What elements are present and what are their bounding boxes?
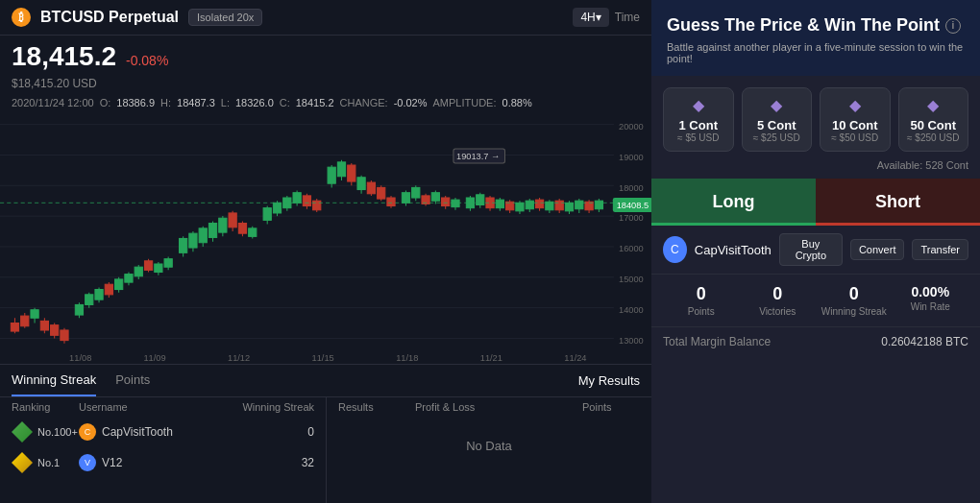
diamond-icon-1: ◆ bbox=[670, 96, 727, 114]
bet-card-2[interactable]: ◆ 5 Cont ≈ $25 USD bbox=[742, 87, 813, 152]
rp-header: Guess The Price & Win The Point i Battle… bbox=[651, 0, 980, 76]
right-panel: Guess The Price & Win The Point i Battle… bbox=[651, 0, 980, 503]
ohlc-high-val: 18487.3 bbox=[177, 97, 215, 108]
svg-rect-63 bbox=[293, 193, 301, 204]
rank-diamond-gold bbox=[12, 452, 33, 473]
svg-rect-43 bbox=[189, 233, 197, 248]
rank-badge-1: No.100+ bbox=[12, 421, 79, 443]
svg-rect-121 bbox=[595, 201, 602, 208]
info-icon[interactable]: i bbox=[945, 18, 961, 34]
svg-rect-59 bbox=[273, 203, 281, 213]
svg-rect-19 bbox=[61, 330, 68, 341]
margin-label: Total Margin Balance bbox=[663, 335, 771, 348]
stat-points-value: 0 bbox=[663, 284, 740, 304]
price-change: -0.08% bbox=[126, 53, 168, 68]
col-winning-streak: Winning Streak bbox=[218, 401, 314, 413]
short-tab[interactable]: Short bbox=[816, 179, 980, 226]
svg-text:11/15: 11/15 bbox=[312, 352, 334, 363]
candlestick-chart: 18408.5 19013.7 → ← 13288.5 20000 19000 … bbox=[0, 114, 651, 364]
svg-rect-25 bbox=[95, 290, 103, 300]
svg-rect-39 bbox=[164, 259, 172, 267]
bet-card-4[interactable]: ◆ 50 Cont ≈ $250 USD bbox=[898, 87, 969, 152]
stat-win-rate: 0.00% Win Rate bbox=[893, 284, 969, 317]
svg-text:11/24: 11/24 bbox=[564, 352, 586, 363]
stat-ws-label: Winning Streak bbox=[816, 306, 893, 317]
svg-rect-79 bbox=[378, 187, 385, 199]
ohlc-amp-val: 0.88% bbox=[502, 97, 532, 108]
bet-usd-2: ≈ $25 USD bbox=[748, 132, 806, 143]
svg-rect-47 bbox=[208, 224, 216, 238]
bet-card-3[interactable]: ◆ 10 Cont ≈ $50 USD bbox=[820, 87, 891, 152]
username-display: CapVisitTooth bbox=[695, 243, 772, 257]
buy-crypto-button[interactable]: Buy Crypto bbox=[779, 233, 843, 266]
svg-rect-53 bbox=[238, 224, 246, 234]
stat-wr-value: 0.00% bbox=[893, 284, 969, 299]
svg-text:19013.7 →: 19013.7 → bbox=[456, 151, 500, 161]
svg-rect-105 bbox=[516, 203, 524, 210]
bet-amount-1: 1 Cont bbox=[670, 118, 727, 132]
svg-rect-93 bbox=[452, 200, 459, 206]
svg-text:15000: 15000 bbox=[619, 274, 644, 284]
tab-winning-streak[interactable]: Winning Streak bbox=[12, 365, 96, 396]
streak-2: 32 bbox=[218, 456, 314, 469]
pair-name: BTCUSD Perpetual bbox=[40, 9, 179, 26]
svg-text:11/09: 11/09 bbox=[143, 352, 165, 363]
convert-button[interactable]: Convert bbox=[850, 239, 905, 260]
ohlc-low-val: 18326.0 bbox=[235, 97, 274, 108]
col-username: Username bbox=[79, 401, 218, 413]
stat-winning-streak: 0 Winning Streak bbox=[816, 284, 893, 317]
diamond-icon-2: ◆ bbox=[748, 96, 806, 114]
svg-rect-107 bbox=[526, 201, 533, 208]
rank-diamond-green bbox=[12, 421, 33, 443]
tab-points[interactable]: Points bbox=[115, 365, 150, 396]
svg-rect-75 bbox=[357, 178, 365, 190]
svg-text:19000: 19000 bbox=[619, 152, 644, 162]
time-label: Time bbox=[615, 11, 640, 24]
svg-rect-49 bbox=[219, 218, 227, 232]
svg-rect-73 bbox=[348, 165, 355, 181]
svg-rect-77 bbox=[367, 182, 375, 194]
table-header-right: Results Profit & Loss Points bbox=[327, 397, 651, 417]
col-results: Results bbox=[338, 401, 415, 413]
col-profit-loss: Profit & Loss bbox=[415, 401, 486, 413]
chart-header: ₿ BTCUSD Perpetual Isolated 20x 4H▾ Time bbox=[0, 0, 651, 36]
svg-rect-23 bbox=[86, 295, 93, 305]
margin-row: Total Margin Balance 0.26042188 BTC bbox=[651, 327, 980, 356]
rp-title-text: Guess The Price & Win The Point bbox=[667, 15, 940, 36]
isolated-badge: Isolated 20x bbox=[188, 9, 262, 26]
svg-rect-41 bbox=[180, 238, 187, 252]
svg-text:16000: 16000 bbox=[619, 243, 644, 253]
user-row: C CapVisitTooth Buy Crypto Convert Trans… bbox=[651, 226, 980, 275]
diamond-icon-4: ◆ bbox=[905, 96, 963, 114]
svg-rect-29 bbox=[115, 279, 123, 290]
ohlc-row: 2020/11/24 12:00 O: 18386.9 H: 18487.3 L… bbox=[0, 95, 651, 114]
long-tab[interactable]: Long bbox=[651, 179, 816, 226]
svg-rect-97 bbox=[477, 195, 484, 205]
svg-rect-57 bbox=[263, 208, 271, 221]
margin-value: 0.26042188 BTC bbox=[881, 335, 968, 348]
svg-rect-65 bbox=[303, 196, 310, 206]
streak-1: 0 bbox=[218, 425, 314, 439]
rank-label-1: No.100+ bbox=[37, 426, 78, 438]
svg-rect-55 bbox=[249, 228, 257, 236]
timeframe-button[interactable]: 4H▾ bbox=[573, 8, 608, 27]
svg-rect-67 bbox=[313, 201, 321, 210]
bet-amount-2: 5 Cont bbox=[748, 118, 806, 132]
svg-rect-69 bbox=[328, 167, 335, 183]
stat-victories: 0 Victories bbox=[740, 284, 817, 317]
price-row: 18,415.2 -0.08% bbox=[0, 36, 651, 74]
btc-icon: ₿ bbox=[12, 8, 31, 27]
svg-text:20000: 20000 bbox=[619, 121, 644, 132]
svg-text:11/18: 11/18 bbox=[396, 352, 418, 363]
svg-rect-101 bbox=[496, 200, 503, 207]
svg-rect-45 bbox=[199, 228, 207, 243]
stat-points-label: Points bbox=[663, 306, 740, 317]
ohlc-close-val: 18415.2 bbox=[296, 97, 334, 108]
transfer-button[interactable]: Transfer bbox=[912, 239, 968, 260]
bet-card-1[interactable]: ◆ 1 Cont ≈ $5 USD bbox=[663, 87, 734, 152]
svg-rect-109 bbox=[535, 200, 543, 207]
svg-text:18000: 18000 bbox=[619, 181, 644, 192]
user-avatar: C bbox=[663, 236, 687, 263]
bet-amount-3: 10 Cont bbox=[826, 118, 884, 132]
user-cell-2: V V12 bbox=[79, 454, 218, 471]
